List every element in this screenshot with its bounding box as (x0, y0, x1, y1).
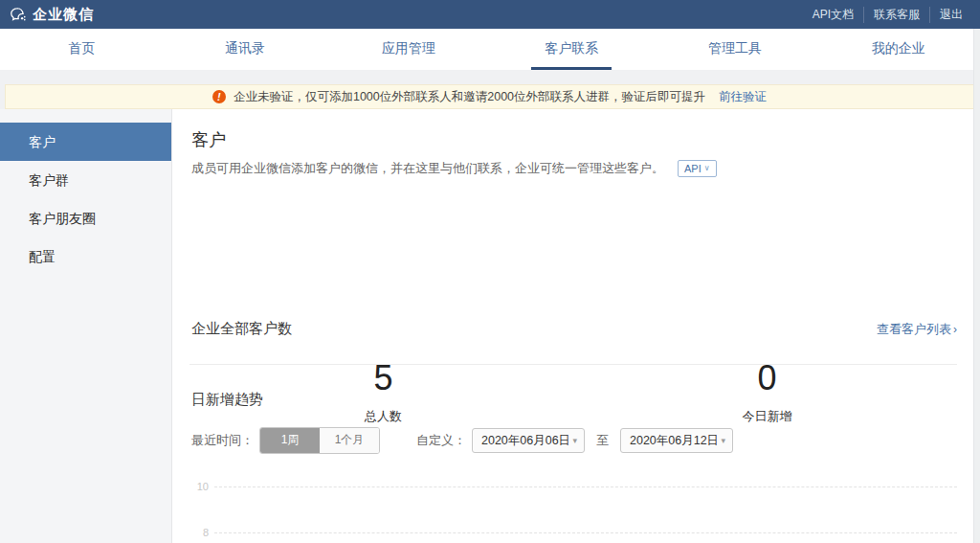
wecom-logo-icon (10, 6, 27, 23)
stat-total-label: 总人数 (191, 408, 575, 425)
sidebar-item-customer-groups[interactable]: 客户群 (0, 161, 171, 199)
api-docs-link[interactable]: API文档 (803, 7, 863, 23)
section-divider (189, 364, 957, 365)
chevron-right-icon: › (953, 323, 957, 336)
stats-row: 5 总人数 0 今日新增 (191, 358, 959, 425)
chevron-down-icon: ∨ (704, 165, 710, 173)
page-description: 成员可用企业微信添加客户的微信，并在这里与他们联系，企业可统一管理这些客户。 (191, 160, 664, 177)
page-title: 客户 (191, 128, 226, 151)
sidebar-item-customers[interactable]: 客户 (0, 123, 171, 161)
dashed-gridline (214, 486, 957, 487)
api-dropdown-button[interactable]: API ∨ (678, 160, 717, 177)
daily-trend-section-title: 日新增趋势 (191, 391, 263, 409)
trend-controls: 最近时间： 1周 1个月 自定义： 2020年06月06日 ▾ 至 2020年0… (191, 428, 733, 453)
dashed-gridline (214, 532, 957, 533)
caret-down-icon: ▾ (572, 436, 577, 445)
date-to-select[interactable]: 2020年06月12日 ▾ (620, 428, 733, 453)
toggle-1-month[interactable]: 1个月 (320, 428, 379, 453)
tab-contacts[interactable]: 通讯录 (164, 29, 327, 70)
view-customer-list-link[interactable]: 查看客户列表› (877, 321, 957, 338)
tab-app-management[interactable]: 应用管理 (326, 29, 490, 70)
go-verify-link[interactable]: 前往验证 (719, 89, 767, 105)
main-content: 客户 成员可用企业微信添加客户的微信，并在这里与他们联系，企业可统一管理这些客户… (173, 109, 973, 543)
main-nav: 首页 通讯录 应用管理 客户联系 管理工具 我的企业 (0, 29, 980, 70)
recent-time-label: 最近时间： (191, 432, 254, 449)
y-tick-8: 8 (191, 527, 209, 538)
time-range-toggle: 1周 1个月 (259, 427, 380, 454)
contact-support-link[interactable]: 联系客服 (863, 7, 929, 23)
date-from-select[interactable]: 2020年06月06日 ▾ (472, 428, 585, 453)
stat-new-today-label: 今日新增 (575, 408, 959, 425)
verification-warning-banner: ! 企业未验证，仅可添加1000位外部联系人和邀请2000位外部联系人进群，验证… (5, 84, 974, 109)
chart-gridline-8: 8 (191, 527, 957, 538)
sidebar-item-settings[interactable]: 配置 (0, 238, 171, 276)
custom-range-label: 自定义： (416, 432, 466, 449)
sidebar-item-customer-moments[interactable]: 客户朋友圈 (0, 199, 171, 238)
caret-down-icon: ▾ (721, 436, 725, 445)
logout-link[interactable]: 退出 (929, 7, 972, 23)
warning-text: 企业未验证，仅可添加1000位外部联系人和邀请2000位外部联系人进群，验证后即… (234, 89, 705, 105)
brand: 企业微信 (10, 6, 94, 24)
stat-new-today: 0 今日新增 (575, 358, 959, 425)
tab-customer-contact[interactable]: 客户联系 (490, 29, 654, 70)
chart-gridline-10: 10 (191, 481, 957, 492)
warning-icon: ! (212, 90, 226, 103)
tab-home[interactable]: 首页 (0, 29, 164, 70)
total-customers-section-title: 企业全部客户数 (191, 320, 292, 338)
tab-my-enterprise[interactable]: 我的企业 (816, 29, 980, 70)
brand-title: 企业微信 (33, 6, 94, 24)
toggle-1-week[interactable]: 1周 (260, 428, 320, 453)
sidebar: 客户 客户群 客户朋友圈 配置 (0, 109, 172, 543)
topbar-links: API文档 联系客服 退出 (803, 7, 972, 23)
topbar: 企业微信 API文档 联系客服 退出 (0, 0, 980, 29)
vertical-scrollbar[interactable] (973, 29, 980, 543)
to-label: 至 (596, 432, 609, 449)
y-tick-10: 10 (191, 481, 209, 492)
tab-management-tools[interactable]: 管理工具 (654, 29, 817, 70)
